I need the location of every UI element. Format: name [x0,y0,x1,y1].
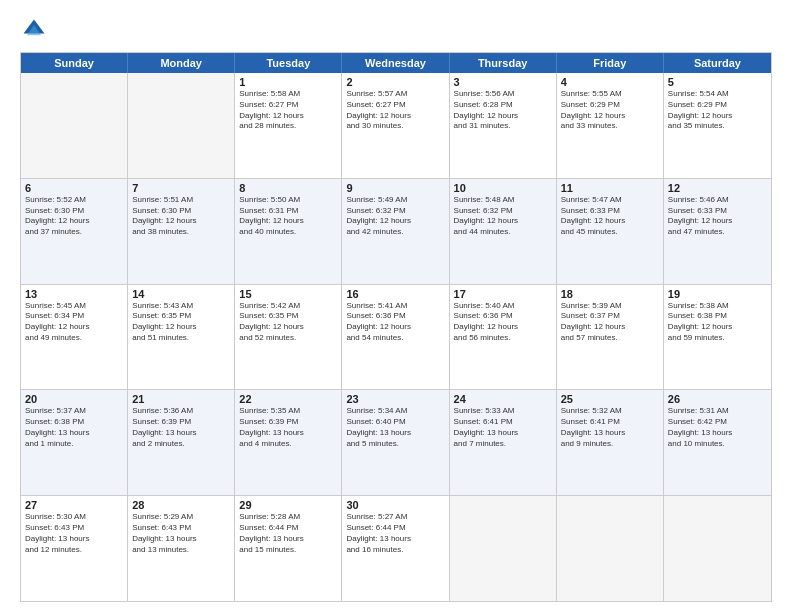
calendar-cell: 19Sunrise: 5:38 AM Sunset: 6:38 PM Dayli… [664,285,771,390]
day-number: 24 [454,393,552,405]
calendar-cell: 22Sunrise: 5:35 AM Sunset: 6:39 PM Dayli… [235,390,342,495]
calendar-cell: 13Sunrise: 5:45 AM Sunset: 6:34 PM Dayli… [21,285,128,390]
day-number: 16 [346,288,444,300]
calendar-cell: 15Sunrise: 5:42 AM Sunset: 6:35 PM Dayli… [235,285,342,390]
day-info: Sunrise: 5:31 AM Sunset: 6:42 PM Dayligh… [668,406,767,449]
day-number: 15 [239,288,337,300]
calendar-cell [128,73,235,178]
day-info: Sunrise: 5:41 AM Sunset: 6:36 PM Dayligh… [346,301,444,344]
calendar-cell [664,496,771,601]
day-info: Sunrise: 5:27 AM Sunset: 6:44 PM Dayligh… [346,512,444,555]
calendar-cell: 26Sunrise: 5:31 AM Sunset: 6:42 PM Dayli… [664,390,771,495]
calendar-cell: 30Sunrise: 5:27 AM Sunset: 6:44 PM Dayli… [342,496,449,601]
day-number: 8 [239,182,337,194]
calendar-cell: 14Sunrise: 5:43 AM Sunset: 6:35 PM Dayli… [128,285,235,390]
calendar-cell: 23Sunrise: 5:34 AM Sunset: 6:40 PM Dayli… [342,390,449,495]
day-number: 23 [346,393,444,405]
day-info: Sunrise: 5:55 AM Sunset: 6:29 PM Dayligh… [561,89,659,132]
calendar-cell: 24Sunrise: 5:33 AM Sunset: 6:41 PM Dayli… [450,390,557,495]
calendar-cell: 21Sunrise: 5:36 AM Sunset: 6:39 PM Dayli… [128,390,235,495]
day-info: Sunrise: 5:33 AM Sunset: 6:41 PM Dayligh… [454,406,552,449]
page: SundayMondayTuesdayWednesdayThursdayFrid… [0,0,792,612]
day-number: 11 [561,182,659,194]
calendar-cell: 17Sunrise: 5:40 AM Sunset: 6:36 PM Dayli… [450,285,557,390]
day-info: Sunrise: 5:45 AM Sunset: 6:34 PM Dayligh… [25,301,123,344]
logo-icon [20,16,48,44]
day-number: 12 [668,182,767,194]
day-info: Sunrise: 5:58 AM Sunset: 6:27 PM Dayligh… [239,89,337,132]
day-number: 28 [132,499,230,511]
day-number: 5 [668,76,767,88]
day-number: 4 [561,76,659,88]
day-number: 9 [346,182,444,194]
day-number: 21 [132,393,230,405]
day-info: Sunrise: 5:38 AM Sunset: 6:38 PM Dayligh… [668,301,767,344]
day-info: Sunrise: 5:50 AM Sunset: 6:31 PM Dayligh… [239,195,337,238]
calendar-cell: 16Sunrise: 5:41 AM Sunset: 6:36 PM Dayli… [342,285,449,390]
day-info: Sunrise: 5:46 AM Sunset: 6:33 PM Dayligh… [668,195,767,238]
calendar-body: 1Sunrise: 5:58 AM Sunset: 6:27 PM Daylig… [21,73,771,601]
logo [20,16,52,44]
weekday-header: Tuesday [235,53,342,73]
calendar-cell: 4Sunrise: 5:55 AM Sunset: 6:29 PM Daylig… [557,73,664,178]
day-info: Sunrise: 5:35 AM Sunset: 6:39 PM Dayligh… [239,406,337,449]
weekday-header: Wednesday [342,53,449,73]
calendar-cell: 9Sunrise: 5:49 AM Sunset: 6:32 PM Daylig… [342,179,449,284]
calendar-cell: 8Sunrise: 5:50 AM Sunset: 6:31 PM Daylig… [235,179,342,284]
day-info: Sunrise: 5:52 AM Sunset: 6:30 PM Dayligh… [25,195,123,238]
day-number: 2 [346,76,444,88]
day-info: Sunrise: 5:37 AM Sunset: 6:38 PM Dayligh… [25,406,123,449]
calendar-cell: 1Sunrise: 5:58 AM Sunset: 6:27 PM Daylig… [235,73,342,178]
calendar-row: 20Sunrise: 5:37 AM Sunset: 6:38 PM Dayli… [21,389,771,495]
calendar-cell: 3Sunrise: 5:56 AM Sunset: 6:28 PM Daylig… [450,73,557,178]
day-number: 10 [454,182,552,194]
calendar-cell: 7Sunrise: 5:51 AM Sunset: 6:30 PM Daylig… [128,179,235,284]
calendar-cell [557,496,664,601]
day-number: 17 [454,288,552,300]
calendar-cell: 25Sunrise: 5:32 AM Sunset: 6:41 PM Dayli… [557,390,664,495]
day-info: Sunrise: 5:48 AM Sunset: 6:32 PM Dayligh… [454,195,552,238]
day-info: Sunrise: 5:36 AM Sunset: 6:39 PM Dayligh… [132,406,230,449]
day-info: Sunrise: 5:28 AM Sunset: 6:44 PM Dayligh… [239,512,337,555]
header [20,16,772,44]
calendar-row: 13Sunrise: 5:45 AM Sunset: 6:34 PM Dayli… [21,284,771,390]
weekday-header: Friday [557,53,664,73]
day-number: 14 [132,288,230,300]
day-info: Sunrise: 5:32 AM Sunset: 6:41 PM Dayligh… [561,406,659,449]
calendar-row: 6Sunrise: 5:52 AM Sunset: 6:30 PM Daylig… [21,178,771,284]
day-info: Sunrise: 5:42 AM Sunset: 6:35 PM Dayligh… [239,301,337,344]
calendar: SundayMondayTuesdayWednesdayThursdayFrid… [20,52,772,602]
day-number: 1 [239,76,337,88]
day-info: Sunrise: 5:49 AM Sunset: 6:32 PM Dayligh… [346,195,444,238]
day-info: Sunrise: 5:29 AM Sunset: 6:43 PM Dayligh… [132,512,230,555]
weekday-header: Monday [128,53,235,73]
day-number: 29 [239,499,337,511]
day-number: 22 [239,393,337,405]
day-number: 18 [561,288,659,300]
calendar-cell: 27Sunrise: 5:30 AM Sunset: 6:43 PM Dayli… [21,496,128,601]
weekday-header: Thursday [450,53,557,73]
day-info: Sunrise: 5:40 AM Sunset: 6:36 PM Dayligh… [454,301,552,344]
day-info: Sunrise: 5:47 AM Sunset: 6:33 PM Dayligh… [561,195,659,238]
calendar-cell [450,496,557,601]
day-number: 30 [346,499,444,511]
day-number: 19 [668,288,767,300]
calendar-cell: 18Sunrise: 5:39 AM Sunset: 6:37 PM Dayli… [557,285,664,390]
day-info: Sunrise: 5:51 AM Sunset: 6:30 PM Dayligh… [132,195,230,238]
day-info: Sunrise: 5:57 AM Sunset: 6:27 PM Dayligh… [346,89,444,132]
day-number: 20 [25,393,123,405]
calendar-cell: 11Sunrise: 5:47 AM Sunset: 6:33 PM Dayli… [557,179,664,284]
calendar-cell: 28Sunrise: 5:29 AM Sunset: 6:43 PM Dayli… [128,496,235,601]
day-number: 25 [561,393,659,405]
day-number: 27 [25,499,123,511]
day-number: 6 [25,182,123,194]
day-number: 3 [454,76,552,88]
day-info: Sunrise: 5:43 AM Sunset: 6:35 PM Dayligh… [132,301,230,344]
calendar-row: 1Sunrise: 5:58 AM Sunset: 6:27 PM Daylig… [21,73,771,178]
calendar-cell: 12Sunrise: 5:46 AM Sunset: 6:33 PM Dayli… [664,179,771,284]
weekday-header: Sunday [21,53,128,73]
calendar-cell [21,73,128,178]
calendar-cell: 6Sunrise: 5:52 AM Sunset: 6:30 PM Daylig… [21,179,128,284]
day-info: Sunrise: 5:30 AM Sunset: 6:43 PM Dayligh… [25,512,123,555]
day-info: Sunrise: 5:54 AM Sunset: 6:29 PM Dayligh… [668,89,767,132]
